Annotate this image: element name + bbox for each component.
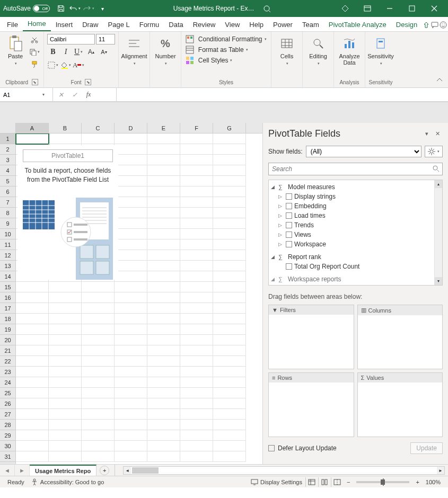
cell[interactable] — [147, 250, 180, 261]
diamond-icon[interactable] — [335, 0, 356, 17]
tree-label[interactable]: Display strings — [294, 193, 336, 200]
cell[interactable] — [16, 335, 49, 345]
cell[interactable] — [180, 261, 213, 271]
cell[interactable] — [82, 367, 115, 377]
expand-icon[interactable]: ▷ — [278, 232, 284, 237]
cell[interactable] — [115, 144, 147, 155]
tools-gear-icon[interactable]: ▾ — [425, 146, 443, 157]
tree-label[interactable]: Report rank — [288, 253, 321, 261]
cell[interactable] — [213, 165, 246, 176]
number-button[interactable]: % Number▾ — [153, 34, 178, 67]
cell[interactable] — [147, 261, 180, 271]
cell[interactable] — [213, 451, 246, 462]
worksheet-grid[interactable]: A B C D E F G 12345678910111213141516171… — [0, 123, 262, 464]
cell[interactable] — [180, 441, 213, 451]
cell[interactable] — [147, 134, 180, 144]
row-header[interactable]: 13 — [0, 261, 15, 271]
cell[interactable] — [49, 451, 82, 462]
cell[interactable] — [180, 388, 213, 398]
cell[interactable] — [213, 345, 246, 356]
cell[interactable] — [213, 314, 246, 324]
cell[interactable] — [147, 165, 180, 176]
tab-pivottable-analyze[interactable]: PivotTable Analyze — [324, 18, 391, 31]
tab-file[interactable]: File — [2, 18, 23, 31]
cell[interactable] — [16, 303, 49, 314]
cell[interactable] — [147, 208, 180, 218]
close-icon[interactable] — [424, 0, 445, 17]
collapse-icon[interactable]: ◢ — [271, 184, 276, 190]
tree-label[interactable]: Model measures — [288, 183, 335, 191]
col-header[interactable]: C — [82, 123, 115, 133]
ribbon-display-icon[interactable] — [357, 0, 378, 17]
cell[interactable] — [82, 303, 115, 314]
page-layout-view-icon[interactable] — [318, 477, 331, 487]
cell[interactable] — [16, 314, 49, 324]
cell[interactable] — [49, 324, 82, 335]
update-button[interactable]: Update — [410, 442, 443, 454]
cell[interactable] — [82, 451, 115, 462]
cell[interactable] — [180, 271, 213, 282]
pivot-pane-options-icon[interactable]: ▾ — [421, 129, 432, 139]
alignment-button[interactable]: Alignment▾ — [122, 34, 146, 67]
font-size-combo[interactable] — [96, 34, 115, 45]
row-header[interactable]: 21 — [0, 345, 15, 356]
cell[interactable] — [82, 398, 115, 409]
row-header[interactable]: 8 — [0, 208, 15, 218]
tab-draw[interactable]: Draw — [77, 18, 103, 31]
decrease-font-icon[interactable]: A▾ — [98, 46, 110, 58]
cell[interactable] — [16, 451, 49, 462]
expand-icon[interactable]: ▷ — [278, 194, 284, 199]
cell[interactable] — [82, 324, 115, 335]
cell[interactable] — [213, 282, 246, 292]
cell[interactable] — [49, 134, 82, 144]
cell[interactable] — [16, 441, 49, 451]
show-fields-select[interactable]: (All) — [306, 146, 421, 157]
cell[interactable] — [147, 356, 180, 367]
display-settings[interactable]: Display Settings — [251, 479, 302, 485]
cell[interactable] — [213, 356, 246, 367]
copy-icon[interactable]: ▾ — [29, 46, 40, 58]
field-list[interactable]: ◢∑Model measures ▷Display strings ▷Embed… — [268, 180, 443, 286]
cell[interactable] — [82, 335, 115, 345]
cell[interactable] — [115, 335, 147, 345]
cell[interactable] — [16, 398, 49, 409]
format-painter-icon[interactable] — [29, 58, 40, 70]
cell[interactable] — [49, 388, 82, 398]
rows-area[interactable]: ≡Rows — [268, 372, 354, 437]
cell[interactable] — [147, 367, 180, 377]
cell[interactable] — [115, 208, 147, 218]
cell[interactable] — [82, 345, 115, 356]
cell[interactable] — [147, 176, 180, 186]
cell[interactable] — [82, 377, 115, 388]
scrollbar[interactable]: ▴▾ — [434, 180, 442, 285]
cell[interactable] — [180, 409, 213, 420]
zoom-slider[interactable] — [356, 481, 409, 483]
comments-icon[interactable] — [431, 19, 439, 31]
cell[interactable] — [147, 451, 180, 462]
qat-customize-icon[interactable]: ▾ — [95, 2, 109, 15]
cell[interactable] — [115, 165, 147, 176]
tab-help[interactable]: Help — [244, 18, 268, 31]
cell[interactable] — [213, 186, 246, 197]
cell[interactable] — [180, 155, 213, 165]
cell[interactable] — [115, 451, 147, 462]
zoom-out-icon[interactable]: − — [347, 479, 350, 485]
row-header[interactable]: 17 — [0, 303, 15, 314]
cell[interactable] — [82, 356, 115, 367]
cell[interactable] — [115, 388, 147, 398]
row-header[interactable]: 24 — [0, 377, 15, 388]
cell[interactable] — [16, 324, 49, 335]
format-as-table-button[interactable]: Format as Table▾ — [186, 46, 248, 54]
cell[interactable] — [213, 229, 246, 239]
zoom-level[interactable]: 100% — [426, 479, 441, 485]
cell[interactable] — [49, 303, 82, 314]
cell[interactable] — [147, 144, 180, 155]
checkbox[interactable] — [286, 193, 292, 200]
cell[interactable] — [180, 324, 213, 335]
cell[interactable] — [115, 367, 147, 377]
horizontal-scrollbar[interactable]: ◄► — [123, 466, 445, 475]
cell[interactable] — [16, 292, 49, 303]
row-header[interactable]: 23 — [0, 367, 15, 377]
col-header[interactable]: F — [180, 123, 213, 133]
cell[interactable] — [180, 165, 213, 176]
